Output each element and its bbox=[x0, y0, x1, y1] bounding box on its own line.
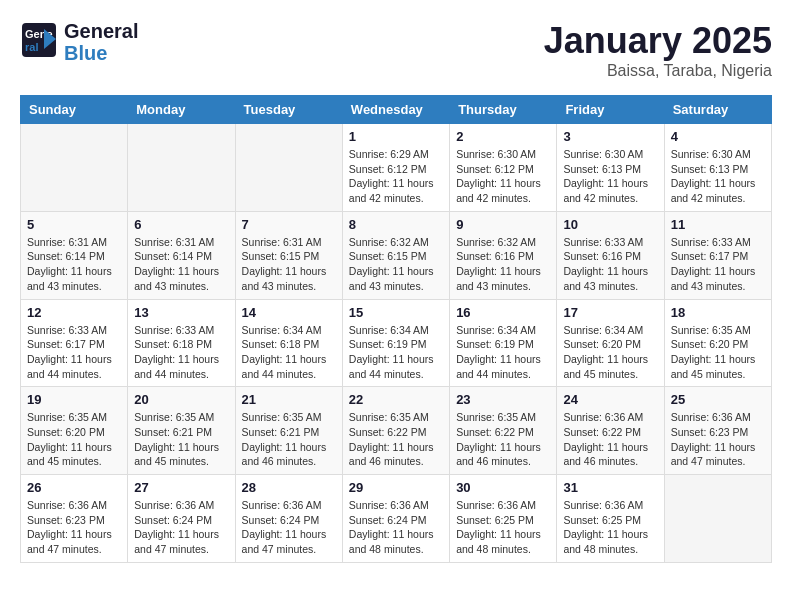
cell-daylight-info: Sunrise: 6:32 AM Sunset: 6:16 PM Dayligh… bbox=[456, 235, 550, 294]
calendar-cell: 11Sunrise: 6:33 AM Sunset: 6:17 PM Dayli… bbox=[664, 211, 771, 299]
calendar-cell: 8Sunrise: 6:32 AM Sunset: 6:15 PM Daylig… bbox=[342, 211, 449, 299]
cell-daylight-info: Sunrise: 6:34 AM Sunset: 6:18 PM Dayligh… bbox=[242, 323, 336, 382]
weekday-header: Wednesday bbox=[342, 96, 449, 124]
day-number: 13 bbox=[134, 305, 228, 320]
day-number: 11 bbox=[671, 217, 765, 232]
day-number: 17 bbox=[563, 305, 657, 320]
calendar-cell: 29Sunrise: 6:36 AM Sunset: 6:24 PM Dayli… bbox=[342, 475, 449, 563]
calendar-cell: 19Sunrise: 6:35 AM Sunset: 6:20 PM Dayli… bbox=[21, 387, 128, 475]
calendar-cell: 9Sunrise: 6:32 AM Sunset: 6:16 PM Daylig… bbox=[450, 211, 557, 299]
day-number: 12 bbox=[27, 305, 121, 320]
cell-daylight-info: Sunrise: 6:36 AM Sunset: 6:23 PM Dayligh… bbox=[671, 410, 765, 469]
calendar-cell: 21Sunrise: 6:35 AM Sunset: 6:21 PM Dayli… bbox=[235, 387, 342, 475]
cell-daylight-info: Sunrise: 6:35 AM Sunset: 6:22 PM Dayligh… bbox=[349, 410, 443, 469]
day-number: 29 bbox=[349, 480, 443, 495]
cell-daylight-info: Sunrise: 6:36 AM Sunset: 6:22 PM Dayligh… bbox=[563, 410, 657, 469]
calendar-cell: 2Sunrise: 6:30 AM Sunset: 6:12 PM Daylig… bbox=[450, 124, 557, 212]
day-number: 7 bbox=[242, 217, 336, 232]
calendar-cell: 10Sunrise: 6:33 AM Sunset: 6:16 PM Dayli… bbox=[557, 211, 664, 299]
calendar-cell: 14Sunrise: 6:34 AM Sunset: 6:18 PM Dayli… bbox=[235, 299, 342, 387]
cell-daylight-info: Sunrise: 6:31 AM Sunset: 6:14 PM Dayligh… bbox=[27, 235, 121, 294]
calendar-cell: 6Sunrise: 6:31 AM Sunset: 6:14 PM Daylig… bbox=[128, 211, 235, 299]
day-number: 6 bbox=[134, 217, 228, 232]
day-number: 8 bbox=[349, 217, 443, 232]
calendar-cell: 30Sunrise: 6:36 AM Sunset: 6:25 PM Dayli… bbox=[450, 475, 557, 563]
cell-daylight-info: Sunrise: 6:35 AM Sunset: 6:21 PM Dayligh… bbox=[242, 410, 336, 469]
cell-daylight-info: Sunrise: 6:33 AM Sunset: 6:17 PM Dayligh… bbox=[27, 323, 121, 382]
day-number: 18 bbox=[671, 305, 765, 320]
day-number: 23 bbox=[456, 392, 550, 407]
weekday-header: Sunday bbox=[21, 96, 128, 124]
day-number: 14 bbox=[242, 305, 336, 320]
calendar-cell: 15Sunrise: 6:34 AM Sunset: 6:19 PM Dayli… bbox=[342, 299, 449, 387]
cell-daylight-info: Sunrise: 6:33 AM Sunset: 6:18 PM Dayligh… bbox=[134, 323, 228, 382]
cell-daylight-info: Sunrise: 6:30 AM Sunset: 6:13 PM Dayligh… bbox=[671, 147, 765, 206]
calendar-cell: 31Sunrise: 6:36 AM Sunset: 6:25 PM Dayli… bbox=[557, 475, 664, 563]
day-number: 19 bbox=[27, 392, 121, 407]
calendar-cell: 5Sunrise: 6:31 AM Sunset: 6:14 PM Daylig… bbox=[21, 211, 128, 299]
cell-daylight-info: Sunrise: 6:36 AM Sunset: 6:24 PM Dayligh… bbox=[242, 498, 336, 557]
day-number: 16 bbox=[456, 305, 550, 320]
calendar-week-row: 1Sunrise: 6:29 AM Sunset: 6:12 PM Daylig… bbox=[21, 124, 772, 212]
day-number: 5 bbox=[27, 217, 121, 232]
day-number: 26 bbox=[27, 480, 121, 495]
day-number: 28 bbox=[242, 480, 336, 495]
calendar-cell: 22Sunrise: 6:35 AM Sunset: 6:22 PM Dayli… bbox=[342, 387, 449, 475]
cell-daylight-info: Sunrise: 6:34 AM Sunset: 6:19 PM Dayligh… bbox=[349, 323, 443, 382]
day-number: 1 bbox=[349, 129, 443, 144]
title-block: January 2025 Baissa, Taraba, Nigeria bbox=[544, 20, 772, 80]
logo-text-general: General bbox=[64, 20, 138, 42]
weekday-header: Thursday bbox=[450, 96, 557, 124]
cell-daylight-info: Sunrise: 6:33 AM Sunset: 6:16 PM Dayligh… bbox=[563, 235, 657, 294]
day-number: 15 bbox=[349, 305, 443, 320]
cell-daylight-info: Sunrise: 6:36 AM Sunset: 6:23 PM Dayligh… bbox=[27, 498, 121, 557]
calendar-cell bbox=[235, 124, 342, 212]
day-number: 4 bbox=[671, 129, 765, 144]
cell-daylight-info: Sunrise: 6:35 AM Sunset: 6:20 PM Dayligh… bbox=[671, 323, 765, 382]
calendar-cell: 13Sunrise: 6:33 AM Sunset: 6:18 PM Dayli… bbox=[128, 299, 235, 387]
calendar-week-row: 12Sunrise: 6:33 AM Sunset: 6:17 PM Dayli… bbox=[21, 299, 772, 387]
cell-daylight-info: Sunrise: 6:34 AM Sunset: 6:20 PM Dayligh… bbox=[563, 323, 657, 382]
calendar-cell: 18Sunrise: 6:35 AM Sunset: 6:20 PM Dayli… bbox=[664, 299, 771, 387]
cell-daylight-info: Sunrise: 6:36 AM Sunset: 6:24 PM Dayligh… bbox=[134, 498, 228, 557]
logo-text-blue: Blue bbox=[64, 42, 138, 64]
calendar-cell: 25Sunrise: 6:36 AM Sunset: 6:23 PM Dayli… bbox=[664, 387, 771, 475]
cell-daylight-info: Sunrise: 6:35 AM Sunset: 6:22 PM Dayligh… bbox=[456, 410, 550, 469]
cell-daylight-info: Sunrise: 6:30 AM Sunset: 6:13 PM Dayligh… bbox=[563, 147, 657, 206]
cell-daylight-info: Sunrise: 6:32 AM Sunset: 6:15 PM Dayligh… bbox=[349, 235, 443, 294]
cell-daylight-info: Sunrise: 6:35 AM Sunset: 6:20 PM Dayligh… bbox=[27, 410, 121, 469]
cell-daylight-info: Sunrise: 6:29 AM Sunset: 6:12 PM Dayligh… bbox=[349, 147, 443, 206]
calendar-cell bbox=[664, 475, 771, 563]
calendar-week-row: 26Sunrise: 6:36 AM Sunset: 6:23 PM Dayli… bbox=[21, 475, 772, 563]
calendar-week-row: 19Sunrise: 6:35 AM Sunset: 6:20 PM Dayli… bbox=[21, 387, 772, 475]
day-number: 31 bbox=[563, 480, 657, 495]
weekday-header: Friday bbox=[557, 96, 664, 124]
calendar-cell: 28Sunrise: 6:36 AM Sunset: 6:24 PM Dayli… bbox=[235, 475, 342, 563]
calendar-cell: 27Sunrise: 6:36 AM Sunset: 6:24 PM Dayli… bbox=[128, 475, 235, 563]
calendar-cell: 24Sunrise: 6:36 AM Sunset: 6:22 PM Dayli… bbox=[557, 387, 664, 475]
cell-daylight-info: Sunrise: 6:33 AM Sunset: 6:17 PM Dayligh… bbox=[671, 235, 765, 294]
cell-daylight-info: Sunrise: 6:31 AM Sunset: 6:15 PM Dayligh… bbox=[242, 235, 336, 294]
month-title: January 2025 bbox=[544, 20, 772, 62]
day-number: 10 bbox=[563, 217, 657, 232]
calendar-cell bbox=[21, 124, 128, 212]
page-header: Gene ral General Blue January 2025 Baiss… bbox=[20, 20, 772, 80]
calendar-cell: 12Sunrise: 6:33 AM Sunset: 6:17 PM Dayli… bbox=[21, 299, 128, 387]
cell-daylight-info: Sunrise: 6:34 AM Sunset: 6:19 PM Dayligh… bbox=[456, 323, 550, 382]
calendar-cell: 16Sunrise: 6:34 AM Sunset: 6:19 PM Dayli… bbox=[450, 299, 557, 387]
location: Baissa, Taraba, Nigeria bbox=[544, 62, 772, 80]
calendar-cell: 4Sunrise: 6:30 AM Sunset: 6:13 PM Daylig… bbox=[664, 124, 771, 212]
day-number: 9 bbox=[456, 217, 550, 232]
calendar-cell: 17Sunrise: 6:34 AM Sunset: 6:20 PM Dayli… bbox=[557, 299, 664, 387]
day-number: 2 bbox=[456, 129, 550, 144]
calendar-cell: 1Sunrise: 6:29 AM Sunset: 6:12 PM Daylig… bbox=[342, 124, 449, 212]
day-number: 25 bbox=[671, 392, 765, 407]
svg-text:ral: ral bbox=[25, 41, 38, 53]
cell-daylight-info: Sunrise: 6:36 AM Sunset: 6:25 PM Dayligh… bbox=[456, 498, 550, 557]
day-number: 27 bbox=[134, 480, 228, 495]
cell-daylight-info: Sunrise: 6:31 AM Sunset: 6:14 PM Dayligh… bbox=[134, 235, 228, 294]
calendar-cell: 3Sunrise: 6:30 AM Sunset: 6:13 PM Daylig… bbox=[557, 124, 664, 212]
day-number: 3 bbox=[563, 129, 657, 144]
day-number: 21 bbox=[242, 392, 336, 407]
cell-daylight-info: Sunrise: 6:35 AM Sunset: 6:21 PM Dayligh… bbox=[134, 410, 228, 469]
